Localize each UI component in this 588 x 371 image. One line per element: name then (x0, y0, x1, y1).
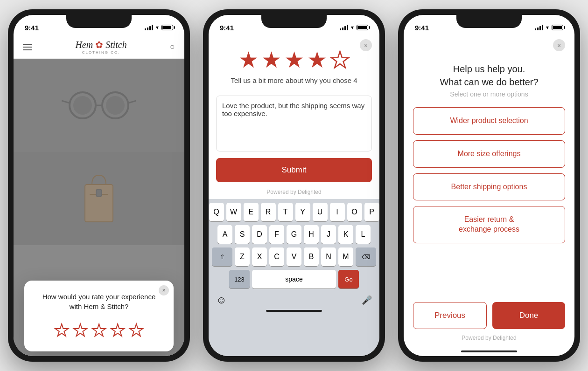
key-y[interactable]: Y (295, 203, 310, 221)
review-stars: ★ ★ ★ ★ ★ (218, 39, 370, 76)
key-e[interactable]: E (244, 203, 259, 221)
signal-icon-2 (340, 25, 348, 30)
review-header: × ★ ★ ★ ★ ★ Tell us a bit more about why… (209, 35, 379, 96)
key-g[interactable]: G (287, 225, 301, 244)
survey-title-line1: Help us help you. (453, 64, 525, 74)
mic-button[interactable]: 🎤 (358, 292, 376, 308)
key-x[interactable]: X (252, 247, 267, 266)
emoji-button[interactable]: ☺ (212, 292, 230, 308)
signal-icon-3 (535, 25, 543, 30)
submit-button[interactable]: Submit (216, 158, 372, 182)
status-icons-1: ▾ (145, 24, 173, 31)
phone1-content: Hem ✿ Stitch CLOTHING CO. ○ (14, 35, 184, 356)
wifi-icon-3: ▾ (546, 24, 549, 31)
key-l[interactable]: L (356, 225, 371, 244)
key-shift[interactable]: ⇧ (212, 247, 232, 266)
key-p[interactable]: P (364, 203, 379, 221)
phone-2: 9:41 ▾ × (203, 9, 385, 362)
previous-button[interactable]: Previous (413, 302, 487, 329)
star-1[interactable]: ★ (54, 321, 69, 340)
star-3[interactable]: ★ (91, 321, 106, 340)
status-time-2: 9:41 (220, 24, 234, 32)
review-textarea[interactable]: Love the product, but the shipping seems… (216, 96, 372, 151)
signal-icon-1 (145, 25, 153, 30)
key-k[interactable]: K (338, 225, 353, 244)
review-star-3[interactable]: ★ (284, 47, 304, 73)
modal-overlay: × How would you rate your experience wit… (14, 59, 184, 356)
status-time-1: 9:41 (25, 24, 39, 32)
key-space[interactable]: space (252, 270, 336, 289)
home-indicator-3 (461, 350, 517, 352)
phone2-content: × ★ ★ ★ ★ ★ Tell us a bit more about why… (209, 35, 379, 356)
key-q[interactable]: Q (209, 203, 224, 221)
brand-name: Hem ✿ Stitch (75, 39, 126, 50)
review-star-4[interactable]: ★ (307, 47, 327, 73)
option-shipping[interactable]: Better shipping options (413, 173, 565, 201)
status-time-3: 9:41 (415, 24, 429, 32)
brand-subtitle: CLOTHING CO. (75, 50, 126, 55)
star-5[interactable]: ★ (129, 321, 144, 340)
key-m[interactable]: M (338, 247, 353, 266)
review-close-button[interactable]: × (360, 39, 372, 51)
status-icons-3: ▾ (535, 24, 563, 31)
modal-close-button[interactable]: × (159, 285, 169, 295)
key-h[interactable]: H (304, 225, 319, 244)
phones-container: 9:41 ▾ (0, 0, 588, 371)
key-123[interactable]: 123 (229, 270, 250, 289)
option-size-offerings[interactable]: More size offerings (413, 140, 565, 168)
survey-title: Help us help you. What can we do better? (413, 62, 565, 89)
star-4[interactable]: ★ (110, 321, 125, 340)
review-star-5[interactable]: ★ (330, 47, 350, 73)
key-u[interactable]: U (313, 203, 328, 221)
key-z[interactable]: Z (235, 247, 250, 266)
key-b[interactable]: B (304, 247, 319, 266)
rating-modal: × How would you rate your experience wit… (24, 281, 174, 351)
key-f[interactable]: F (269, 225, 284, 244)
brand-logo-area: Hem ✿ Stitch CLOTHING CO. (75, 39, 126, 55)
star-2[interactable]: ★ (73, 321, 88, 340)
survey-spacer (413, 249, 565, 302)
kb-row-2: A S D F G H J K L (210, 225, 378, 244)
notch-2 (261, 15, 327, 28)
key-v[interactable]: V (287, 247, 301, 266)
wifi-icon-1: ▾ (156, 24, 159, 31)
notch-1 (66, 15, 132, 28)
key-a[interactable]: A (217, 225, 232, 244)
notch-3 (456, 15, 522, 28)
hamburger-icon[interactable] (23, 44, 32, 50)
kb-row-4: 123 space Go (210, 270, 378, 289)
kb-row-special: ☺ 🎤 (210, 292, 378, 308)
app-body: × How would you rate your experience wit… (14, 59, 184, 356)
survey-close-button[interactable]: × (553, 39, 565, 51)
key-i[interactable]: I (330, 203, 345, 221)
phone3-content: × Help us help you. What can we do bette… (404, 35, 574, 356)
kb-row-1: Q W E R T Y U I O P (210, 203, 378, 221)
app-header: Hem ✿ Stitch CLOTHING CO. ○ (14, 35, 184, 59)
key-o[interactable]: O (347, 203, 362, 221)
phone-3: 9:41 ▾ × Help us hel (398, 9, 580, 362)
key-j[interactable]: J (321, 225, 336, 244)
key-go[interactable]: Go (338, 270, 359, 289)
key-c[interactable]: C (269, 247, 284, 266)
option-return-exchange[interactable]: Easier return &exchange process (413, 206, 565, 243)
home-indicator-2 (266, 310, 322, 312)
review-star-1[interactable]: ★ (238, 47, 259, 73)
search-icon[interactable]: ○ (170, 42, 175, 52)
survey-powered: Powered by Delighted (413, 335, 565, 341)
key-w[interactable]: W (226, 203, 241, 221)
battery-icon-2 (357, 25, 368, 30)
phone-1: 9:41 ▾ (8, 9, 190, 362)
key-s[interactable]: S (235, 225, 250, 244)
key-r[interactable]: R (261, 203, 276, 221)
key-n[interactable]: N (321, 247, 336, 266)
powered-by-2: Powered by Delighted (209, 189, 379, 195)
modal-question: How would you rate your experience with … (35, 292, 162, 311)
stars-row: ★ ★ ★ ★ ★ (35, 321, 162, 340)
key-d[interactable]: D (252, 225, 267, 244)
review-star-2[interactable]: ★ (261, 47, 281, 73)
key-t[interactable]: T (278, 203, 293, 221)
key-delete[interactable]: ⌫ (356, 247, 376, 266)
review-subtitle: Tell us a bit more about why you chose 4 (218, 76, 370, 84)
done-button[interactable]: Done (492, 302, 565, 329)
option-wider-selection[interactable]: Wider product selection (413, 107, 565, 135)
